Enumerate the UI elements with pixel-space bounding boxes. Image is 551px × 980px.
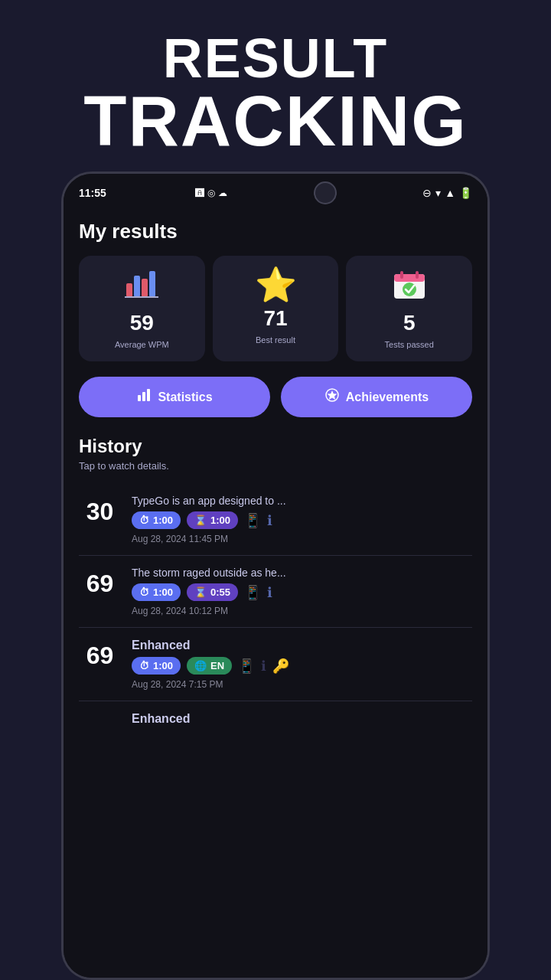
- time-tag-1: ⏱ 1:00: [132, 511, 181, 529]
- hourglass-icon: ⌛: [194, 514, 207, 526]
- achievements-icon: [324, 387, 340, 407]
- history-title: History: [79, 436, 472, 457]
- history-section: History Tap to watch details. 30 TypeGo …: [79, 436, 472, 737]
- svg-rect-3: [149, 271, 155, 297]
- svg-rect-8: [416, 271, 419, 279]
- info-icon: ℹ: [261, 658, 266, 675]
- status-icons-right: ⊖ ▾ ▲ 🔋: [422, 187, 472, 199]
- history-item[interactable]: 69 The storm raged outside as he... ⏱ 1:…: [79, 556, 472, 628]
- stats-row: 59 Average WPM ⭐ 71 Best result: [79, 256, 472, 361]
- status-icon-loc: ◎: [207, 188, 215, 198]
- statistics-button[interactable]: Statistics: [79, 377, 270, 417]
- svg-rect-6: [394, 274, 425, 282]
- stat-value-tests: 5: [403, 311, 416, 335]
- bar-chart-icon: [123, 268, 160, 306]
- status-time: 11:55: [79, 187, 106, 199]
- time-tag-1: ⏱ 1:00: [132, 583, 181, 601]
- time-tag-2: ⌛ 1:00: [187, 511, 238, 529]
- star-icon: ⭐: [255, 268, 297, 302]
- history-subtitle: Tap to watch details.: [79, 460, 472, 472]
- clock-icon: ⏱: [139, 660, 149, 671]
- camera-notch: [314, 181, 337, 204]
- info-icon: ℹ: [267, 512, 272, 529]
- done-icon: [391, 268, 428, 306]
- history-tags: ⏱ 1:00 ⌛ 0:55 📱 ℹ: [132, 583, 472, 601]
- statistics-label: Statistics: [158, 390, 212, 404]
- phone-icon: 📱: [244, 512, 261, 529]
- stat-label-wpm: Average WPM: [115, 340, 169, 349]
- history-wpm: 30: [79, 495, 121, 526]
- history-date: Aug 28, 2024 10:12 PM: [132, 606, 472, 616]
- history-item[interactable]: 30 TypeGo is an app designed to ... ⏱ 1:…: [79, 484, 472, 556]
- history-details: The storm raged outside as he... ⏱ 1:00 …: [132, 567, 472, 616]
- info-icon: ℹ: [267, 584, 272, 601]
- action-buttons: Statistics Achievements: [79, 377, 472, 417]
- history-wpm: [79, 712, 121, 715]
- stat-value-best: 71: [263, 306, 287, 331]
- svg-rect-0: [126, 283, 132, 297]
- svg-rect-12: [147, 389, 150, 401]
- status-minus-icon: ⊖: [422, 187, 432, 199]
- svg-marker-14: [327, 390, 337, 400]
- key-icon: 🔑: [272, 658, 289, 675]
- svg-point-9: [403, 283, 416, 296]
- history-tags: ⏱ 1:00 🌐 EN 📱 ℹ 🔑: [132, 657, 472, 675]
- history-item[interactable]: 69 Enhanced ⏱ 1:00 🌐 EN �: [79, 628, 472, 701]
- history-details: TypeGo is an app designed to ... ⏱ 1:00 …: [132, 495, 472, 544]
- time-tag-1: ⏱ 1:00: [132, 657, 181, 675]
- phone-icon: 📱: [244, 584, 261, 601]
- history-wpm: 69: [79, 639, 121, 670]
- history-item[interactable]: Enhanced: [79, 701, 472, 737]
- status-icon-cloud: ☁: [218, 188, 227, 198]
- history-details: Enhanced: [132, 712, 472, 726]
- time-tag-2: ⌛ 0:55: [187, 583, 238, 601]
- clock-icon: ⏱: [139, 586, 149, 598]
- history-text: The storm raged outside as he...: [132, 567, 472, 579]
- history-details: Enhanced ⏱ 1:00 🌐 EN 📱 ℹ: [132, 639, 472, 690]
- status-battery-icon: 🔋: [459, 187, 472, 199]
- stat-label-best: Best result: [256, 335, 295, 345]
- stat-card-wpm: 59 Average WPM: [79, 256, 205, 361]
- status-icon-notif: 🅰: [195, 188, 204, 198]
- history-tags: ⏱ 1:00 ⌛ 1:00 📱 ℹ: [132, 511, 472, 529]
- phone-frame: 11:55 🅰 ◎ ☁ ⊖ ▾ ▲ 🔋 My results: [61, 172, 490, 980]
- stat-value-wpm: 59: [130, 311, 154, 335]
- history-label: Enhanced: [132, 639, 472, 652]
- stat-label-tests: Tests passed: [385, 340, 434, 349]
- history-date: Aug 28, 2024 7:15 PM: [132, 679, 472, 690]
- svg-rect-1: [134, 276, 140, 297]
- phone-icon: 📱: [238, 658, 255, 675]
- globe-icon: 🌐: [194, 660, 207, 671]
- hourglass-icon: ⌛: [194, 586, 207, 598]
- statistics-icon: [136, 387, 152, 407]
- status-wifi-icon: ▾: [435, 187, 441, 199]
- header-section: RESULT TRACKING: [0, 0, 551, 172]
- status-signal-icon: ▲: [445, 187, 455, 199]
- header-line1: RESULT: [163, 31, 389, 86]
- stat-card-best: ⭐ 71 Best result: [213, 256, 339, 361]
- app-content: My results 59 Average W: [64, 212, 487, 980]
- page-title: My results: [79, 220, 472, 243]
- svg-rect-2: [142, 279, 148, 297]
- svg-rect-11: [142, 392, 145, 401]
- history-text: TypeGo is an app designed to ...: [132, 495, 472, 507]
- lang-tag: 🌐 EN: [187, 657, 232, 675]
- history-label: Enhanced: [132, 712, 472, 726]
- achievements-label: Achievements: [346, 390, 429, 404]
- clock-icon: ⏱: [139, 514, 149, 526]
- svg-rect-7: [400, 271, 403, 279]
- stat-card-tests: 5 Tests passed: [346, 256, 472, 361]
- history-wpm: 69: [79, 567, 121, 598]
- status-bar: 11:55 🅰 ◎ ☁ ⊖ ▾ ▲ 🔋: [64, 174, 487, 212]
- svg-rect-10: [138, 395, 141, 401]
- header-line2: TRACKING: [83, 86, 468, 156]
- history-date: Aug 28, 2024 11:45 PM: [132, 534, 472, 544]
- achievements-button[interactable]: Achievements: [281, 377, 472, 417]
